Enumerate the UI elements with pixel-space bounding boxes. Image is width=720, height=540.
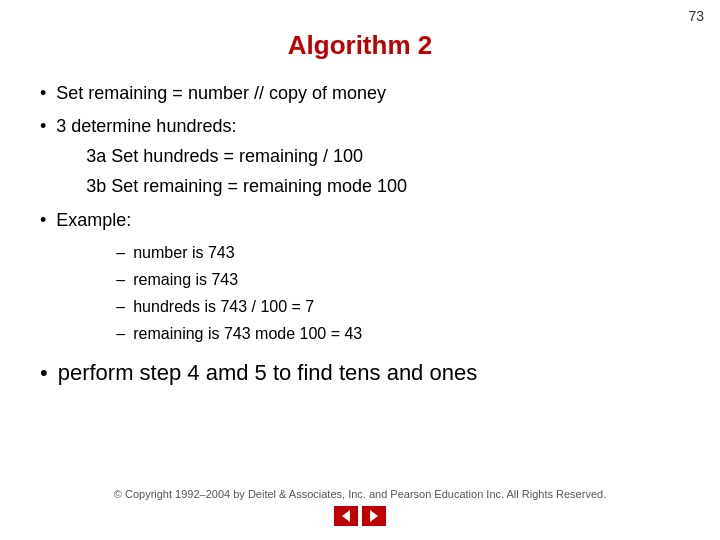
list-item: – hundreds is 743 / 100 = 7 [116,293,362,320]
list-item: • 3 determine hundreds: 3a Set hundreds … [40,112,680,202]
dash-icon: – [116,320,125,347]
list-item: • perform step 4 amd 5 to find tens and … [40,355,680,390]
main-list: • Set remaining = number // copy of mone… [40,79,680,391]
sub-item-text: remaining is 743 mode 100 = 43 [133,320,362,347]
bullet-with-indent: 3 determine hundreds: 3a Set hundreds = … [56,112,407,202]
list-item: – remaining is 743 mode 100 = 43 [116,320,362,347]
list-item: • Set remaining = number // copy of mone… [40,79,680,108]
footer: © Copyright 1992–2004 by Deitel & Associ… [0,488,720,526]
sub-item-text: number is 743 [133,239,234,266]
bullet-icon: • [40,355,48,390]
next-button[interactable] [362,506,386,526]
slide-content: Algorithm 2 • Set remaining = number // … [0,0,720,415]
bullet-text-large: perform step 4 amd 5 to find tens and on… [58,355,477,390]
dash-icon: – [116,239,125,266]
dash-icon: – [116,266,125,293]
sub-item-text: remaing is 743 [133,266,238,293]
indent-block: 3a Set hundreds = remaining / 100 3b Set… [86,141,407,202]
bullet-with-sublist: Example: – number is 743 – remaing is 74… [56,206,362,352]
bullet-icon: • [40,206,46,235]
list-item: – number is 743 [116,239,362,266]
indent-line: 3a Set hundreds = remaining / 100 [86,141,407,172]
indent-line: 3b Set remaining = remaining mode 100 [86,171,407,202]
sub-list: – number is 743 – remaing is 743 – hundr… [116,239,362,348]
dash-icon: – [116,293,125,320]
slide-number: 73 [688,8,704,24]
prev-button[interactable] [334,506,358,526]
next-arrow-icon [370,510,378,522]
nav-buttons [334,506,386,526]
bullet-text: Example: [56,210,131,230]
bullet-icon: • [40,79,46,108]
slide-title: Algorithm 2 [40,30,680,61]
list-item: • Example: – number is 743 – remaing is … [40,206,680,352]
prev-arrow-icon [342,510,350,522]
bullet-text: Set remaining = number // copy of money [56,79,386,108]
list-item: – remaing is 743 [116,266,362,293]
copyright-text: © Copyright 1992–2004 by Deitel & Associ… [0,488,720,500]
sub-item-text: hundreds is 743 / 100 = 7 [133,293,314,320]
bullet-icon: • [40,112,46,141]
bullet-text: 3 determine hundreds: [56,112,407,141]
